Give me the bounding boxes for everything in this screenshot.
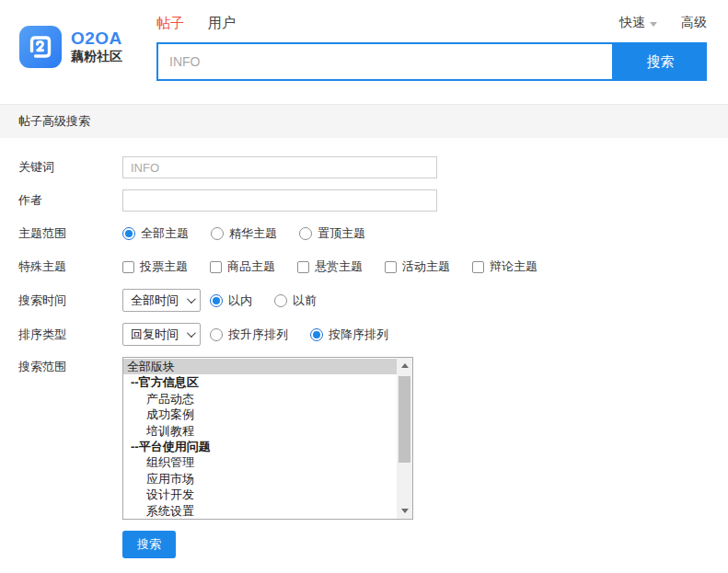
submit-search-button[interactable]: 搜索 (122, 531, 176, 558)
checkbox-reward-topic[interactable]: 悬赏主题 (297, 258, 363, 275)
tab-posts[interactable]: 帖子 (156, 15, 184, 32)
special-topics-row: 特殊主题 投票主题 商品主题 悬赏主题 活动主题 辩论主题 (0, 256, 728, 278)
main-search-bar: 搜索 (156, 42, 707, 81)
header: O2OA 藕粉社区 帖子 用户 快速 高级 搜索 (0, 0, 728, 104)
checkbox-goods-topic[interactable]: 商品主题 (210, 258, 275, 275)
radio-sort-ascending[interactable]: 按升序排列 (210, 327, 288, 343)
search-scope-label: 搜索范围 (0, 357, 122, 375)
advanced-search-link[interactable]: 高级 (681, 15, 707, 31)
header-links: 快速 高级 (619, 15, 707, 31)
radio-time-within[interactable]: 以内 (210, 292, 252, 309)
caret-down-icon (650, 22, 657, 27)
list-item-training-tutorials[interactable]: 培训教程 (123, 423, 397, 439)
submit-row: 搜索 (0, 531, 728, 558)
topic-scope-label: 主题范围 (0, 225, 122, 242)
checkbox-icon (122, 261, 134, 273)
keyword-label: 关键词 (0, 159, 122, 176)
checkbox-icon (385, 261, 397, 273)
section-title: 帖子高级搜索 (18, 113, 90, 130)
main-search-button[interactable]: 搜索 (614, 42, 707, 81)
main-search-input[interactable] (156, 42, 614, 81)
sort-type-label: 排序类型 (0, 327, 122, 343)
radio-icon (211, 227, 224, 240)
scroll-up-icon[interactable] (397, 358, 412, 373)
sort-type-row: 排序类型 回复时间 按升序排列 按降序排列 (0, 323, 728, 346)
radio-sort-descending[interactable]: 按降序排列 (310, 327, 388, 343)
checkbox-icon (472, 261, 484, 273)
o2oa-logo-icon (19, 26, 62, 68)
radio-all-topics[interactable]: 全部主题 (122, 225, 189, 242)
chevron-down-icon (187, 328, 196, 338)
list-group-official-info[interactable]: --官方信息区 (123, 374, 397, 390)
search-time-row: 搜索时间 全部时间 以内 以前 (0, 289, 728, 312)
radio-time-before[interactable]: 以前 (274, 292, 317, 309)
author-row: 作者 (0, 189, 728, 212)
list-item-success-cases[interactable]: 成功案例 (123, 407, 397, 422)
radio-icon (274, 294, 287, 307)
checkbox-icon (210, 261, 222, 273)
list-item-design-dev[interactable]: 设计开发 (123, 487, 397, 502)
time-direction-options: 以内 以前 (210, 292, 339, 309)
section-title-bar: 帖子高级搜索 (0, 104, 728, 138)
radio-icon (210, 328, 223, 341)
author-input[interactable] (122, 189, 437, 212)
time-range-select[interactable]: 全部时间 (122, 289, 201, 312)
list-item-system-settings[interactable]: 系统设置 (123, 503, 397, 519)
quick-search-link[interactable]: 快速 (619, 15, 657, 31)
radio-digest-topics[interactable]: 精华主题 (211, 225, 277, 242)
radio-icon (310, 328, 323, 341)
list-item-product-news[interactable]: 产品动态 (123, 391, 397, 407)
search-time-label: 搜索时间 (0, 292, 122, 309)
search-scope-row: 搜索范围 全部版块 --官方信息区 产品动态 成功案例 培训教程 --平台使用问… (0, 357, 728, 520)
keyword-input[interactable] (122, 156, 437, 178)
logo-community: 藕粉社区 (71, 49, 122, 65)
list-item-app-market[interactable]: 应用市场 (123, 471, 397, 487)
logo-brand: O2OA (71, 29, 122, 49)
tab-users[interactable]: 用户 (208, 15, 236, 32)
list-group-platform-usage[interactable]: --平台使用问题 (123, 439, 397, 454)
checkbox-icon (297, 261, 309, 273)
chevron-down-icon (187, 294, 196, 304)
listbox-scrollbar[interactable] (397, 358, 412, 519)
special-topics-options: 投票主题 商品主题 悬赏主题 活动主题 辩论主题 (122, 258, 560, 275)
checkbox-poll-topic[interactable]: 投票主题 (122, 258, 188, 275)
scrollbar-thumb[interactable] (399, 376, 410, 463)
sort-field-select[interactable]: 回复时间 (122, 323, 201, 346)
sort-direction-options: 按升序排列 按降序排列 (210, 327, 410, 343)
author-label: 作者 (0, 192, 122, 209)
board-list: 全部版块 --官方信息区 产品动态 成功案例 培训教程 --平台使用问题 组织管… (123, 359, 397, 519)
logo[interactable]: O2OA 藕粉社区 (19, 26, 122, 68)
advanced-search-form: 关键词 作者 主题范围 全部主题 精华主题 置顶主题 特殊主题 (0, 138, 728, 558)
board-listbox[interactable]: 全部版块 --官方信息区 产品动态 成功案例 培训教程 --平台使用问题 组织管… (122, 357, 413, 520)
radio-icon (122, 227, 135, 240)
radio-pinned-topics[interactable]: 置顶主题 (299, 225, 365, 242)
keyword-row: 关键词 (0, 156, 728, 178)
topic-scope-options: 全部主题 精华主题 置顶主题 (122, 225, 387, 242)
radio-icon (210, 294, 223, 307)
list-item-org-management[interactable]: 组织管理 (123, 454, 397, 470)
list-item-all-boards[interactable]: 全部版块 (123, 359, 397, 374)
logo-text: O2OA 藕粉社区 (71, 29, 122, 66)
search-type-tabs: 帖子 用户 (156, 15, 236, 32)
special-topics-label: 特殊主题 (0, 258, 122, 275)
topic-scope-row: 主题范围 全部主题 精华主题 置顶主题 (0, 223, 728, 245)
checkbox-activity-topic[interactable]: 活动主题 (385, 258, 450, 275)
scroll-down-icon[interactable] (397, 503, 412, 519)
checkbox-debate-topic[interactable]: 辩论主题 (472, 258, 537, 275)
radio-icon (299, 227, 312, 240)
